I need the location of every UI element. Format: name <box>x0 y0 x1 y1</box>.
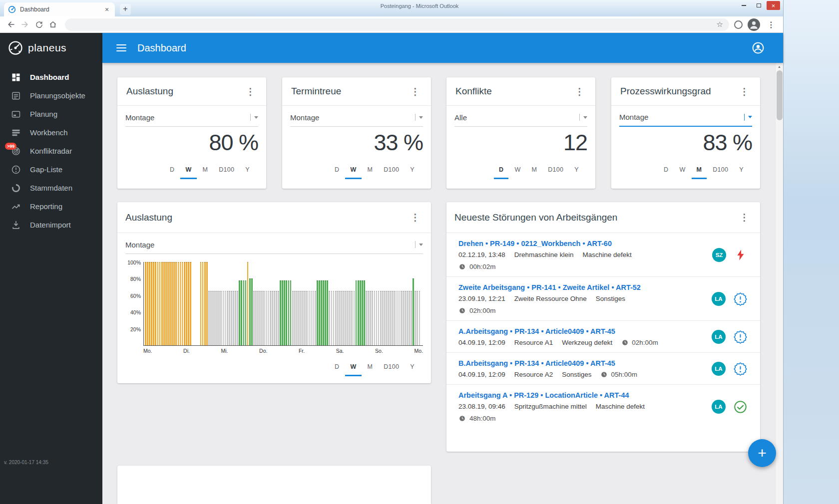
kebab-menu-icon[interactable]: ⋮ <box>408 85 423 98</box>
disturbance-duration: 48h:00m <box>469 415 496 422</box>
period-tab-d100[interactable]: D100 <box>213 164 240 176</box>
account-button[interactable] <box>752 41 765 54</box>
period-tab-y[interactable]: Y <box>240 164 255 176</box>
operation-link[interactable]: B.Arbeitsgang • PR-134 • Article0409 • A… <box>458 359 706 367</box>
period-tab-y[interactable]: Y <box>569 164 584 176</box>
period-tab-w[interactable]: W <box>509 164 526 176</box>
tab-close-icon[interactable]: × <box>103 6 111 13</box>
sidebar-item-label: Planung <box>30 110 57 118</box>
person-icon <box>748 18 760 31</box>
bookmark-star-icon[interactable]: ☆ <box>717 20 723 29</box>
filter-select[interactable]: Montage <box>125 239 423 254</box>
period-tab-w[interactable]: W <box>674 164 691 176</box>
period-tab-d100[interactable]: D100 <box>707 164 734 176</box>
period-tab-m[interactable]: M <box>362 164 379 176</box>
period-tab-m[interactable]: M <box>691 164 708 176</box>
sidebar-item-planungsobjekte[interactable]: Planungsobjekte <box>0 86 102 105</box>
period-tab-y[interactable]: Y <box>734 164 749 176</box>
filter-value: Montage <box>125 241 154 249</box>
operation-link[interactable]: Zweite Arbeitsgang • PR-141 • Zweite Art… <box>458 283 706 291</box>
period-tab-y[interactable]: Y <box>405 361 420 373</box>
period-tab-d[interactable]: D <box>493 164 509 176</box>
period-tab-d[interactable]: D <box>329 164 345 176</box>
minimize-button[interactable] <box>738 1 751 10</box>
address-bar[interactable]: ☆ <box>65 18 729 31</box>
reload-button[interactable] <box>32 17 46 31</box>
sidebar-item-gap-liste[interactable]: Gap-Liste <box>0 160 102 179</box>
forward-button[interactable] <box>18 17 32 31</box>
operation-link[interactable]: A.Arbeitsgang • PR-134 • Article0409 • A… <box>458 327 706 335</box>
x-tick: Mi. <box>221 348 228 354</box>
browser-tab[interactable]: Dashboard × <box>4 2 115 16</box>
filter-value: Montage <box>619 113 648 121</box>
sidebar-item-stammdaten[interactable]: Stammdaten <box>0 179 102 197</box>
period-tabs: D W M D100 Y <box>125 361 423 373</box>
disturbance-datetime: 23.08.19, 09:46 <box>458 403 505 410</box>
disturbance-resource: Resource A2 <box>514 371 553 378</box>
sidebar-item-reporting[interactable]: Reporting <box>0 197 102 216</box>
filter-select[interactable]: Montage <box>290 112 423 127</box>
sidebar-item-konfliktradar[interactable]: >99 Konfliktradar <box>0 142 102 160</box>
back-button[interactable] <box>4 17 18 31</box>
avatar: SZ <box>712 248 726 262</box>
sidebar-item-datenimport[interactable]: Datenimport <box>0 216 102 234</box>
period-tab-d100[interactable]: D100 <box>542 164 569 176</box>
extension-icon[interactable] <box>734 20 743 29</box>
disturbance-duration: 05h:00m <box>611 371 637 378</box>
kpi-card-auslastung: Auslastung ⋮ Montage 80 % D W M D100 Y <box>117 77 266 189</box>
period-tab-m[interactable]: M <box>526 164 543 176</box>
page-scrollbar[interactable]: ▲ <box>775 63 783 504</box>
period-tab-w[interactable]: W <box>180 164 197 176</box>
y-tick: 100% <box>125 259 141 265</box>
period-tab-d100[interactable]: D100 <box>378 164 405 176</box>
y-tick: 80% <box>125 276 141 282</box>
x-tick: Di. <box>183 348 190 354</box>
kebab-menu-icon[interactable]: ⋮ <box>737 211 752 224</box>
address-input[interactable] <box>71 21 717 28</box>
clock-icon <box>458 415 466 422</box>
sidebar-item-label: Stammdaten <box>30 184 72 192</box>
period-tab-d[interactable]: D <box>164 164 180 176</box>
period-tab-d100[interactable]: D100 <box>378 361 405 373</box>
period-tab-m[interactable]: M <box>362 361 379 373</box>
period-tab-d[interactable]: D <box>329 361 345 373</box>
filter-value: Alle <box>454 113 467 122</box>
menu-icon[interactable] <box>116 44 126 51</box>
kpi-value: 83 % <box>619 130 752 156</box>
period-tab-w[interactable]: W <box>345 164 362 176</box>
planeus-logo-icon <box>8 40 23 55</box>
card-title: Neueste Störungen von Arbeitsgängen <box>454 212 617 223</box>
period-tab-d[interactable]: D <box>658 164 674 176</box>
kebab-menu-icon[interactable]: ⋮ <box>572 85 587 98</box>
browser-profile-avatar[interactable] <box>748 18 760 31</box>
sidebar-item-workbench[interactable]: Workbench <box>0 123 102 142</box>
disturbance-resource: Resource A1 <box>514 339 553 346</box>
close-button[interactable]: × <box>767 1 780 10</box>
period-tab-m[interactable]: M <box>197 164 214 176</box>
operation-link[interactable]: Drehen • PR-149 • 0212_Workbench • ART-6… <box>458 240 706 248</box>
new-tab-button[interactable]: + <box>120 4 131 15</box>
filter-select[interactable]: Alle <box>454 112 587 127</box>
filter-select[interactable]: Montage <box>125 112 258 127</box>
list-item: Arbeitsgang A • PR-129 • LocationArticle… <box>446 385 760 428</box>
sidebar-item-planung[interactable]: Planung <box>0 105 102 123</box>
chevron-down-icon <box>419 244 423 246</box>
maximize-button[interactable] <box>752 1 766 10</box>
filter-select[interactable]: Montage <box>619 112 752 127</box>
browser-menu-icon[interactable]: ⋮ <box>765 20 777 29</box>
kebab-menu-icon[interactable]: ⋮ <box>737 85 752 98</box>
sidebar-item-label: Gap-Liste <box>30 165 62 174</box>
add-fab-button[interactable]: + <box>748 439 776 467</box>
sidebar-item-dashboard[interactable]: Dashboard <box>0 68 102 86</box>
period-tab-w[interactable]: W <box>345 361 362 373</box>
operation-link[interactable]: Arbeitsgang A • PR-129 • LocationArticle… <box>458 391 706 399</box>
period-tab-y[interactable]: Y <box>405 164 420 176</box>
alert-status-icon <box>734 330 747 344</box>
chart-bars <box>145 262 423 345</box>
kebab-menu-icon[interactable]: ⋮ <box>408 211 423 224</box>
avatar: LA <box>712 330 726 344</box>
home-button[interactable] <box>46 17 60 31</box>
kebab-menu-icon[interactable]: ⋮ <box>243 85 258 98</box>
scrollbar-thumb[interactable] <box>777 70 783 120</box>
scroll-up-arrow[interactable]: ▲ <box>776 63 783 70</box>
